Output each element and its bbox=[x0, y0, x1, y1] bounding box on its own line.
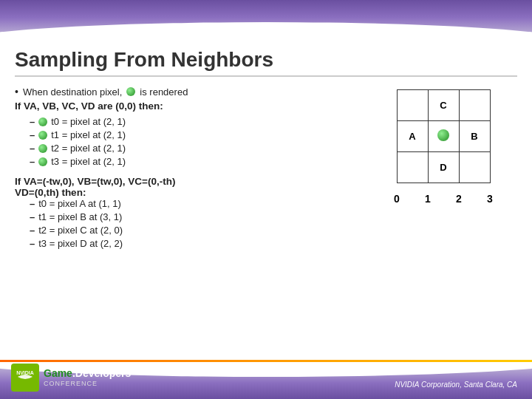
left-content: • When destination pixel, is rendered If… bbox=[15, 86, 358, 351]
separator-line bbox=[0, 360, 532, 362]
grid-cell-1-2: B bbox=[459, 121, 490, 152]
number-row: 0 1 2 3 bbox=[381, 193, 505, 205]
nvidia-icon: NVIDIA bbox=[11, 364, 39, 392]
page-title: Sampling From Neighbors bbox=[15, 48, 517, 77]
if-line-1: If VA, VB, VC, VD are (0,0) then: bbox=[15, 100, 358, 112]
dash-text-b3: t3 = pixel D at (2, 2) bbox=[38, 238, 123, 249]
main-content: Sampling From Neighbors • When destinati… bbox=[0, 41, 532, 358]
dot-label: is rendered bbox=[140, 86, 188, 98]
gdc-logo: Game.Developers Conference bbox=[44, 367, 131, 388]
grid-cell-0-2 bbox=[459, 90, 490, 121]
gdc-conference-text: Conference bbox=[44, 380, 131, 388]
dash-item-t3: – t3 = pixel at (2, 1) bbox=[30, 156, 358, 167]
grid-cell-1-0: A bbox=[397, 121, 428, 152]
green-dot-t1 bbox=[38, 131, 47, 140]
green-dot-t2 bbox=[38, 144, 47, 153]
dash-symbol: – bbox=[30, 116, 35, 127]
green-dot-t0 bbox=[38, 117, 47, 126]
if-block2: If VA=(-tw,0), VB=(tw,0), VC=(0,-th) VD=… bbox=[15, 176, 358, 198]
grid-cell-1-1 bbox=[428, 121, 459, 152]
nvidia-logo: NVIDIA Game.Developers Conference bbox=[11, 364, 131, 392]
bullet-line: • When destination pixel, is rendered bbox=[15, 86, 358, 98]
grid-cell-0-1: C bbox=[428, 90, 459, 121]
dash-text-t1: t1 = pixel at (2, 1) bbox=[51, 129, 126, 140]
dash-symbol: – bbox=[30, 143, 35, 154]
num-3: 3 bbox=[474, 193, 505, 205]
dash-text-b2: t2 = pixel C at (2, 0) bbox=[38, 225, 123, 236]
dash-symbol: – bbox=[30, 211, 35, 222]
grid-row-0: C bbox=[397, 90, 490, 121]
grid-cell-2-1: D bbox=[428, 152, 459, 183]
dash-item-t0: – t0 = pixel at (2, 1) bbox=[30, 116, 358, 127]
grid-row-1: A B bbox=[397, 121, 490, 152]
bullet-text: When destination pixel, bbox=[23, 86, 122, 98]
dash-symbol: – bbox=[30, 129, 35, 140]
grid-cell-2-0 bbox=[397, 152, 428, 183]
dash-symbol: – bbox=[30, 225, 35, 236]
if-line2-2: VD=(0,th) then: bbox=[15, 187, 358, 198]
dash-symbol: – bbox=[30, 198, 35, 209]
dash-text-t3: t3 = pixel at (2, 1) bbox=[51, 156, 126, 167]
right-content: C A B D 0 1 bbox=[369, 86, 517, 351]
green-dot-1 bbox=[126, 87, 135, 96]
dash-item-b3: – t3 = pixel D at (2, 2) bbox=[30, 238, 358, 249]
dash-text-b0: t0 = pixel A at (1, 1) bbox=[38, 198, 121, 209]
center-dot bbox=[437, 129, 449, 141]
grid-row-2: D bbox=[397, 152, 490, 183]
dash-text-t0: t0 = pixel at (2, 1) bbox=[51, 116, 126, 127]
grid-cell-2-2 bbox=[459, 152, 490, 183]
num-1: 1 bbox=[412, 193, 443, 205]
dash-item-b0: – t0 = pixel A at (1, 1) bbox=[30, 198, 358, 209]
dash-item-t2: – t2 = pixel at (2, 1) bbox=[30, 143, 358, 154]
dash-text-b1: t1 = pixel B at (3, 1) bbox=[38, 211, 122, 222]
top-banner bbox=[0, 0, 532, 44]
dash-text-t2: t2 = pixel at (2, 1) bbox=[51, 143, 126, 154]
footer-copyright: NVIDIA Corporation, Santa Clara, CA bbox=[395, 381, 517, 389]
green-dot-t3 bbox=[38, 157, 47, 166]
num-0: 0 bbox=[381, 193, 412, 205]
gdc-game-text: Game.Developers bbox=[44, 367, 131, 380]
num-2: 2 bbox=[443, 193, 474, 205]
dash-item-t1: – t1 = pixel at (2, 1) bbox=[30, 129, 358, 140]
dash-symbol: – bbox=[30, 238, 35, 249]
dash-item-b1: – t1 = pixel B at (3, 1) bbox=[30, 211, 358, 222]
dash-item-b2: – t2 = pixel C at (2, 0) bbox=[30, 225, 358, 236]
body-layout: • When destination pixel, is rendered If… bbox=[15, 86, 517, 351]
grid-cell-0-0 bbox=[397, 90, 428, 121]
svg-text:NVIDIA: NVIDIA bbox=[16, 370, 34, 375]
dash-symbol: – bbox=[30, 156, 35, 167]
if-line2-1: If VA=(-tw,0), VB=(tw,0), VC=(0,-th) bbox=[15, 176, 358, 187]
pixel-grid: C A B D bbox=[397, 89, 491, 183]
